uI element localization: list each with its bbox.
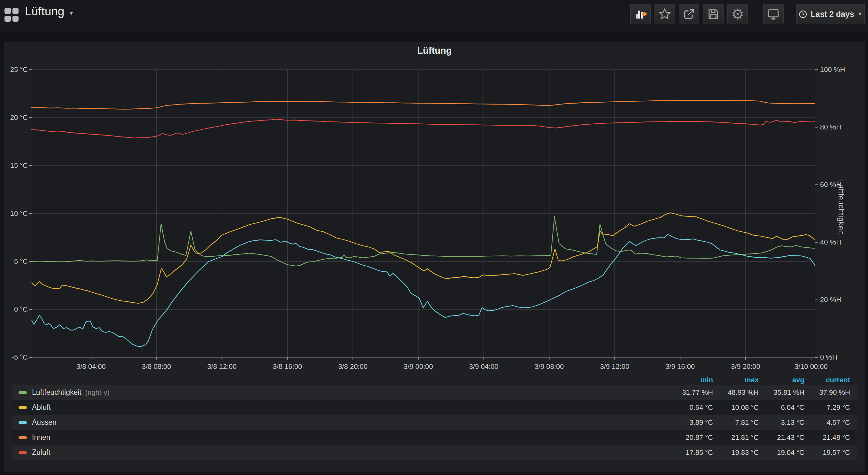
caret-down-icon: ▾ (69, 6, 73, 17)
apps-grid-icon (4, 8, 11, 14)
legend-value-max: 7.81 °C (713, 418, 759, 427)
add-panel-icon (634, 8, 647, 21)
y-axis-label-right: 100 %H (820, 65, 845, 74)
y-axis-label-left: 0 °C (4, 305, 28, 314)
y-axis-label-left: 15 °C (4, 161, 28, 170)
x-axis-label: 3/8 16:00 (257, 362, 318, 371)
legend-header: minmaxavgcurrent (12, 375, 857, 385)
y-axis-label-right: 80 %H (820, 123, 841, 131)
legend-value-max: 19.83 °C (713, 448, 759, 457)
y-axis-label-left: 20 °C (4, 114, 28, 122)
y-axis-label-left: 10 °C (4, 209, 28, 218)
legend-value-min: -3.89 °C (667, 418, 713, 427)
y-axis-label-right: 20 %H (820, 296, 841, 304)
panel-title[interactable]: Lüftung (4, 46, 865, 56)
share-button[interactable] (679, 4, 699, 24)
dashboard-menu-button[interactable] (4, 8, 19, 22)
series-name[interactable]: Luftfeuchtigkeit (32, 388, 82, 397)
legend-value-current: 7.29 °C (804, 404, 850, 412)
series-line-aussen (32, 235, 815, 347)
legend-value-min: 31.77 %H (667, 388, 713, 397)
series-line-innen (32, 100, 815, 109)
x-axis-label: 3/9 04:00 (454, 362, 514, 371)
legend-value-max: 10.08 °C (713, 404, 759, 412)
series-color-swatch (19, 421, 27, 424)
x-axis-label: 3/9 16:00 (650, 362, 710, 371)
apps-grid-icon (4, 16, 11, 22)
y-axis-label-right: 40 %H (820, 238, 841, 246)
legend-column-min[interactable]: min (667, 376, 713, 384)
series-axis-tag: (right-y) (85, 388, 110, 397)
legend-value-max: 48.93 %H (713, 388, 759, 397)
x-axis-label: 3/9 08:00 (519, 362, 580, 371)
view-mode-icon (767, 7, 780, 21)
x-axis-label: 3/8 04:00 (61, 362, 121, 371)
clock-icon (799, 10, 807, 19)
gear-icon: ⚙ (731, 7, 744, 22)
series-name[interactable]: Innen (32, 433, 51, 442)
legend-value-current: 21.48 °C (804, 434, 850, 442)
legend-row-zuluft[interactable]: Zuluft17.85 °C19.83 °C19.04 °C19.57 °C (12, 445, 857, 460)
x-axis-label: 3/9 20:00 (715, 362, 776, 371)
legend-value-min: 17.85 °C (667, 448, 713, 457)
x-axis-label: 3/9 12:00 (584, 362, 645, 371)
legend-value-current: 4.57 °C (804, 418, 850, 427)
graph-panel: Lüftung minmaxavgcurrent Luftfeuchtigkei… (4, 42, 865, 472)
x-axis-label: 3/8 08:00 (126, 362, 187, 371)
caret-down-icon: ▼ (858, 11, 863, 17)
navbar: Lüftung ▾ ⚙ (0, 0, 868, 31)
legend-value-current: 37.90 %H (804, 388, 850, 397)
x-axis-label: 3/9 00:00 (388, 362, 449, 371)
time-series-graph[interactable] (32, 70, 815, 357)
series-name[interactable]: Abluft (32, 403, 51, 412)
legend-value-avg: 19.04 °C (759, 448, 804, 457)
x-axis-label: 3/8 12:00 (191, 362, 252, 371)
save-icon (707, 8, 720, 21)
y-axis-label-right: 0 %H (820, 353, 837, 361)
series-line-luftfeuchtigkeit (32, 217, 815, 266)
series-line-zuluft (32, 119, 815, 138)
star-icon (658, 8, 671, 21)
series-name[interactable]: Aussen (32, 418, 57, 427)
legend-value-min: 0.64 °C (667, 404, 713, 412)
time-range-label: Last 2 days (810, 9, 854, 19)
legend-value-max: 21.81 °C (713, 434, 759, 442)
series-color-swatch (19, 391, 27, 394)
series-name[interactable]: Zuluft (32, 448, 51, 457)
time-range-picker[interactable]: Last 2 days ▼ (797, 4, 865, 24)
share-icon (683, 8, 695, 21)
apps-grid-icon (12, 8, 19, 14)
y-axis-title-right: Luftfeuchtigkeit (837, 180, 845, 235)
legend-row-innen[interactable]: Innen20.87 °C21.81 °C21.43 °C21.48 °C (12, 430, 857, 445)
dashboard-title: Lüftung (25, 5, 64, 18)
legend-value-min: 20.87 °C (667, 434, 713, 442)
settings-button[interactable]: ⚙ (727, 4, 748, 24)
x-axis-label: 3/10 00:00 (781, 362, 841, 371)
star-button[interactable] (654, 4, 675, 24)
legend-value-avg: 21.43 °C (759, 434, 804, 442)
add-panel-button[interactable] (630, 4, 651, 24)
legend-table: minmaxavgcurrent Luftfeuchtigkeit(right-… (12, 375, 857, 460)
legend-row-luftfeuchtigkeit[interactable]: Luftfeuchtigkeit(right-y)31.77 %H48.93 %… (12, 385, 857, 400)
legend-row-abluft[interactable]: Abluft0.64 °C10.08 °C6.04 °C7.29 °C (12, 400, 857, 415)
dashboard-title-dropdown[interactable]: Lüftung ▾ (23, 4, 75, 19)
series-color-swatch (19, 436, 27, 439)
y-axis-label-left: 5 °C (4, 257, 28, 266)
x-axis-label: 3/8 20:00 (322, 362, 383, 371)
save-button[interactable] (703, 4, 723, 24)
legend-value-avg: 6.04 °C (759, 404, 804, 412)
y-axis-label-left: -5 °C (4, 353, 28, 361)
series-color-swatch (19, 406, 27, 409)
view-mode-button[interactable] (763, 4, 784, 24)
apps-grid-icon (12, 16, 19, 22)
legend-value-current: 19.57 °C (804, 448, 850, 457)
series-color-swatch (19, 451, 27, 454)
legend-value-avg: 3.13 °C (759, 418, 804, 427)
legend-column-current[interactable]: current (804, 376, 850, 384)
y-axis-label-left: 25 °C (4, 65, 28, 74)
legend-column-max[interactable]: max (713, 376, 759, 384)
legend-value-avg: 35.81 %H (759, 388, 804, 397)
legend-row-aussen[interactable]: Aussen-3.89 °C7.81 °C3.13 °C4.57 °C (12, 415, 857, 430)
legend-column-avg[interactable]: avg (759, 376, 804, 384)
